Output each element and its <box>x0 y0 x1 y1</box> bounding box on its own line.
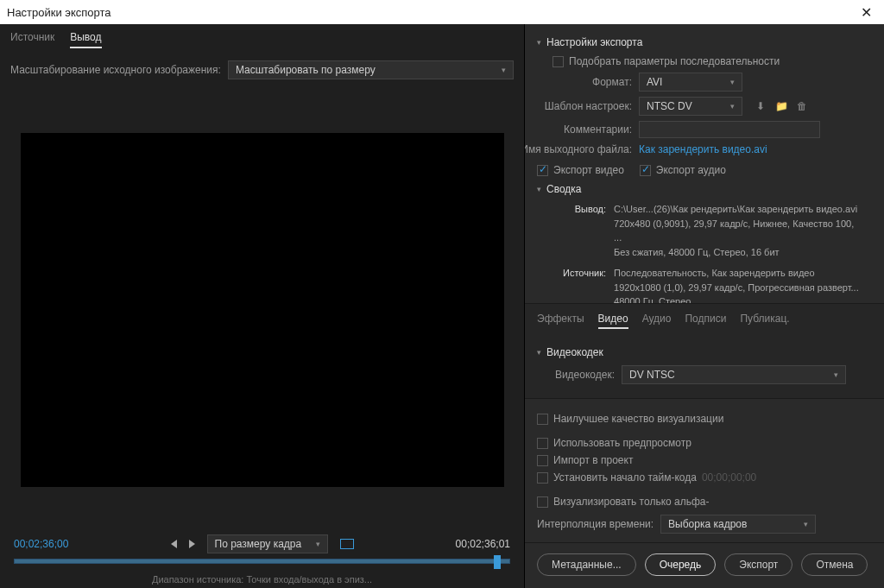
chevron-down-icon: ▾ <box>834 370 838 379</box>
tab-output[interactable]: Вывод <box>70 31 101 48</box>
titlebar: Настройки экспорта ✕ <box>0 0 884 24</box>
interp-dropdown[interactable]: Выборка кадров ▾ <box>660 515 816 534</box>
alpha-only-label: Визуализировать только альфа- <box>553 496 710 508</box>
next-frame-icon[interactable] <box>189 540 195 548</box>
range-label: Диапазон источника: <box>152 574 243 585</box>
summary-body: Вывод: C:\User...(26)\Как рендерить\Как … <box>552 202 872 303</box>
settings-panel: ▾ Настройки экспорта Подобрать параметры… <box>525 24 884 588</box>
aspect-crop-icon[interactable] <box>340 539 354 549</box>
summary-src-value: Последовательность, Как зарендерить виде… <box>614 266 864 303</box>
codec-heading[interactable]: ▾ Видеокодек <box>537 346 872 358</box>
chevron-down-icon: ▾ <box>804 520 808 528</box>
export-button[interactable]: Экспорт <box>724 553 792 576</box>
main-area: Источник Вывод Масштабирование исходного… <box>0 24 884 588</box>
timecode-in[interactable]: 00;02;36;00 <box>14 538 68 550</box>
subtab-effects[interactable]: Эффекты <box>537 313 584 329</box>
chevron-down-icon: ▾ <box>537 185 541 193</box>
tab-source[interactable]: Источник <box>10 31 54 48</box>
preset-row: Шаблон настроек: NTSC DV ▾ ⬇ 📁 🗑 <box>537 97 872 116</box>
export-av-checks: Экспорт видео Экспорт аудио <box>537 164 872 176</box>
preset-label: Шаблон настроек: <box>537 100 632 112</box>
queue-button[interactable]: Очередь <box>645 553 717 576</box>
outname-label: Имя выходного файла: <box>525 143 632 155</box>
tc-start-checkbox[interactable] <box>537 472 548 484</box>
preset-dropdown[interactable]: NTSC DV ▾ <box>639 97 742 116</box>
summary-out-label: Вывод: <box>552 202 606 217</box>
match-sequence-checkbox[interactable] <box>552 56 564 67</box>
use-preview-checkbox[interactable] <box>537 438 548 449</box>
export-settings-heading[interactable]: ▾ Настройки экспорта <box>537 36 872 48</box>
subtabs: Эффекты Видео Аудио Подписи Публикац. <box>525 303 884 336</box>
metadata-button[interactable]: Метаданные... <box>537 553 636 576</box>
preset-value: NTSC DV <box>647 100 692 112</box>
alpha-only-checkbox[interactable] <box>537 496 548 508</box>
scale-row: Масштабирование исходного изображения: М… <box>10 60 514 79</box>
timeline[interactable] <box>0 559 524 571</box>
chevron-down-icon: ▾ <box>730 102 735 111</box>
comment-input[interactable] <box>639 121 820 138</box>
subtab-publish[interactable]: Публикац. <box>740 313 789 329</box>
scale-label: Масштабирование исходного изображения: <box>10 64 221 76</box>
export-audio-checkbox[interactable] <box>640 165 651 176</box>
summary-src-label: Источник: <box>552 266 606 281</box>
fit-dropdown[interactable]: По размеру кадра ▾ <box>207 534 328 553</box>
chevron-down-icon: ▾ <box>730 78 735 86</box>
chevron-down-icon: ▾ <box>537 38 541 47</box>
range-row: Диапазон источника: Точки входа/выхода в… <box>0 571 524 588</box>
comment-label: Комментарии: <box>537 123 632 136</box>
tc-start-label: Установить начало тайм-кода <box>553 471 697 484</box>
summary-heading[interactable]: ▾ Сводка <box>537 183 872 195</box>
cancel-button[interactable]: Отмена <box>801 553 868 576</box>
format-dropdown[interactable]: AVI ▾ <box>639 73 742 92</box>
import-preset-icon[interactable]: 📁 <box>774 99 789 113</box>
max-quality-checkbox[interactable] <box>537 414 548 425</box>
match-sequence-label: Подобрать параметры последовательности <box>569 55 780 67</box>
comment-row: Комментарии: <box>537 121 872 138</box>
prev-frame-icon[interactable] <box>171 540 177 548</box>
scale-dropdown[interactable]: Масштабировать по размеру ▾ <box>228 60 514 79</box>
timeline-track[interactable] <box>14 559 510 564</box>
delete-preset-icon[interactable]: 🗑 <box>794 99 810 113</box>
interp-label: Интерполяция времени: <box>537 518 654 530</box>
codec-label: Видеокодек: <box>546 369 615 381</box>
subtab-audio[interactable]: Аудио <box>642 313 672 329</box>
codec-title: Видеокодек <box>546 346 603 358</box>
timecode-out[interactable]: 00;02;36;01 <box>456 538 510 550</box>
close-icon[interactable]: ✕ <box>856 4 877 21</box>
max-quality-label: Наилучшее качество визуализации <box>553 413 723 425</box>
export-settings-title: Настройки экспорта <box>546 36 642 48</box>
outname-row: Имя выходного файла: Как зарендерить вид… <box>525 143 872 155</box>
button-row: Метаданные... Очередь Экспорт Отмена <box>525 542 884 588</box>
output-filename-link[interactable]: Как зарендерить видео.avi <box>639 143 767 155</box>
tc-start-value: 00;00;00;00 <box>702 471 756 484</box>
scale-value: Масштабировать по размеру <box>236 64 376 76</box>
playbar: 00;02;36;00 По размеру кадра ▾ 00;02;36;… <box>0 531 524 559</box>
video-preview[interactable] <box>21 133 504 487</box>
export-audio-label: Экспорт аудио <box>656 164 726 176</box>
chevron-down-icon: ▾ <box>537 348 541 357</box>
codec-block: ▾ Видеокодек Видеокодек: DV NTSC ▾ <box>525 336 884 398</box>
playhead-handle[interactable] <box>494 555 501 569</box>
range-value[interactable]: Точки входа/выхода в эпиз... <box>246 574 372 585</box>
chevron-down-icon: ▾ <box>502 66 506 74</box>
preview-tabs: Источник Вывод <box>10 31 514 48</box>
format-label: Формат: <box>537 76 632 88</box>
use-preview-label: Использовать предпросмотр <box>553 437 691 449</box>
export-video-checkbox[interactable] <box>537 165 548 176</box>
codec-value: DV NTSC <box>629 369 675 381</box>
import-project-checkbox[interactable] <box>537 455 548 466</box>
interp-row: Интерполяция времени: Выборка кадров ▾ <box>537 515 872 534</box>
save-preset-icon[interactable]: ⬇ <box>753 99 768 113</box>
subtab-captions[interactable]: Подписи <box>685 313 726 329</box>
subtab-video[interactable]: Видео <box>598 313 628 329</box>
export-video-label: Экспорт видео <box>553 164 624 176</box>
preview-wrap <box>0 79 524 531</box>
codec-dropdown[interactable]: DV NTSC ▾ <box>622 365 846 384</box>
format-value: AVI <box>647 76 662 88</box>
match-sequence-row[interactable]: Подобрать параметры последовательности <box>552 55 872 67</box>
preview-panel: Источник Вывод Масштабирование исходного… <box>0 24 525 588</box>
window-title: Настройки экспорта <box>7 6 111 19</box>
interp-value: Выборка кадров <box>668 518 747 530</box>
import-project-label: Импорт в проект <box>553 454 633 466</box>
format-row: Формат: AVI ▾ <box>537 73 872 92</box>
